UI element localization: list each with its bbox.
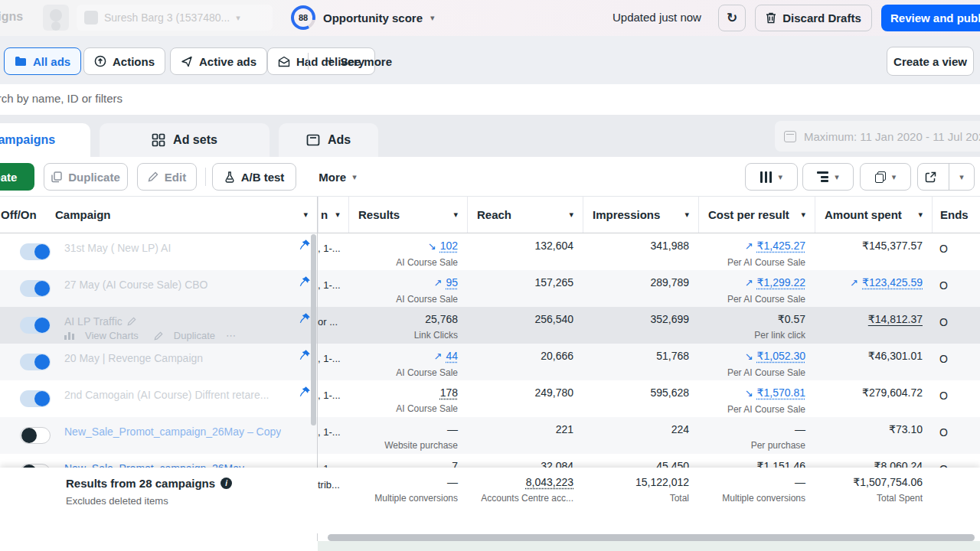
more-button[interactable]: More ▾ xyxy=(312,163,363,191)
summary-reach-cell-number: 8,043,223 xyxy=(526,476,573,488)
summary-results-cell-number: — xyxy=(447,476,458,488)
campaign-row[interactable]: 2nd Camogain (AI Course) Diffrent retare… xyxy=(0,380,980,417)
date-range-selector[interactable]: Maximum: 11 Jan 2020 - 11 Jul 202 xyxy=(775,121,980,152)
tab-ads[interactable]: Ads xyxy=(279,123,378,157)
ab-test-button[interactable]: A/B test xyxy=(212,163,296,191)
column-header-campaign[interactable]: Campaign ▾ xyxy=(51,197,317,233)
results-cell-number[interactable]: 95 xyxy=(446,276,458,289)
account-selector[interactable]: Suresh Barg 3 (1537480... ▾ xyxy=(77,5,273,31)
plus-icon: + xyxy=(326,54,335,70)
refresh-button[interactable]: ↻ xyxy=(718,5,746,31)
search-input[interactable]: Search by name, ID or filters xyxy=(0,92,122,105)
results-cell-number[interactable]: 102 xyxy=(440,240,458,252)
opportunity-score-label: Opportunity score xyxy=(323,11,423,24)
impressions-cell-value: 289,789 xyxy=(583,276,689,289)
summary-cost-per-result-cell-value: — xyxy=(698,476,805,488)
ends-cell: O xyxy=(932,233,975,270)
edit-button[interactable]: Edit xyxy=(137,163,197,191)
duplicate-button[interactable]: Duplicate xyxy=(44,163,128,191)
pin-icon[interactable] xyxy=(299,312,311,324)
column-header-results[interactable]: Results ▾ xyxy=(348,197,467,233)
results-cell-sublabel: AI Course Sale xyxy=(348,368,458,378)
results-cell-sublabel: AI Course Sale xyxy=(348,404,458,414)
row-more-button[interactable]: ⋯ xyxy=(226,330,236,341)
filter-actions[interactable]: Actions xyxy=(83,47,165,75)
campaign-row[interactable]: 27 May (AI Course Sale) CBO, 1-...↗95AI … xyxy=(0,270,980,307)
tab-ad-sets[interactable]: Ad sets xyxy=(100,123,270,157)
avatar[interactable] xyxy=(43,5,69,31)
cost-per-result-cell-number[interactable]: ₹1,299.22 xyxy=(757,276,805,289)
summary-results-cell-value: — xyxy=(348,476,458,488)
reach-cell-value: 20,666 xyxy=(467,350,573,362)
breakdown-button[interactable]: ▾ xyxy=(802,163,854,191)
campaign-name-link[interactable]: 2nd Camogain (AI Course) Diffrent retare… xyxy=(64,389,269,401)
campaign-name-link[interactable]: New_Sale_Promot_campaign_26May – Copy xyxy=(64,425,281,438)
campaign-row[interactable]: New_Sale_Promot_campaign_26May – Copy, 1… xyxy=(0,417,980,454)
campaign-toggle-on[interactable] xyxy=(20,390,51,407)
horizontal-scrollbar-thumb[interactable] xyxy=(328,534,975,541)
pin-icon[interactable] xyxy=(299,386,311,397)
campaign-row[interactable]: 31st May ( New LP) AI, 1-...↘102AI Cours… xyxy=(0,233,980,270)
cost-per-result-cell-number[interactable]: ₹1,570.81 xyxy=(757,386,805,399)
grid-icon xyxy=(152,133,165,147)
column-header-off-on: Off/On xyxy=(0,197,51,233)
campaign-toggle-on[interactable] xyxy=(20,243,51,260)
campaign-toggle-on[interactable] xyxy=(20,280,51,297)
create-view-button[interactable]: Create a view xyxy=(887,47,974,76)
toggle-knob xyxy=(34,318,50,333)
campaign-toggle-on[interactable] xyxy=(20,317,51,334)
reports-button[interactable]: ▾ xyxy=(860,163,911,191)
duplicate-row-button[interactable]: Duplicate xyxy=(174,330,215,341)
info-icon[interactable]: i xyxy=(220,478,232,489)
opportunity-score-dropdown[interactable]: 88 Opportunity score ▾ xyxy=(291,5,435,30)
tab-campaigns[interactable]: Campaigns xyxy=(0,123,90,157)
campaign-name-link[interactable]: 31st May ( New LP) AI xyxy=(64,242,171,254)
campaign-row[interactable]: AI LP TrafficView ChartsDuplicate⋯or ...… xyxy=(0,307,980,344)
pin-icon[interactable] xyxy=(299,349,311,360)
ends-cell-number: O xyxy=(939,316,948,328)
impressions-cell-number: 341,988 xyxy=(650,240,689,252)
ends-cell-value: O xyxy=(939,243,975,255)
filter-active-ads[interactable]: Active ads xyxy=(170,47,267,75)
column-header-amount-spent[interactable]: Amount spent ▾ xyxy=(815,197,932,233)
summary-note: Excludes deleted items xyxy=(66,495,168,507)
pin-icon xyxy=(299,276,311,287)
search-bar[interactable]: Search by name, ID or filters xyxy=(0,84,980,115)
amount-spent-cell-number[interactable]: ₹123,425.59 xyxy=(862,276,923,289)
cost-per-result-cell-sublabel: Per link click xyxy=(698,331,805,341)
filter-all-ads[interactable]: All ads xyxy=(4,47,81,75)
results-cell-number[interactable]: 44 xyxy=(446,350,458,362)
reach-cell-value: 157,265 xyxy=(467,276,573,289)
trend-down-icon: ↘ xyxy=(428,240,436,252)
campaign-name-link[interactable]: 20 May | Revenge Campaign xyxy=(64,352,203,364)
create-button[interactable]: Create xyxy=(0,163,34,191)
cost-per-result-cell-number[interactable]: ₹1,052.30 xyxy=(757,350,805,362)
campaign-name-link[interactable]: AI LP Traffic xyxy=(64,315,136,328)
column-header-attribution[interactable]: n ▾ xyxy=(318,197,348,233)
sort-caret-icon: ▾ xyxy=(335,210,340,220)
cost-per-result-cell-number[interactable]: ₹1,425.27 xyxy=(757,240,805,252)
results-cell-value: ↗95 xyxy=(348,276,458,289)
vertical-scrollbar-thumb[interactable] xyxy=(311,234,316,425)
campaign-row[interactable]: 20 May | Revenge Campaign, 1-...↗44AI Co… xyxy=(0,344,980,380)
campaign-name-link[interactable]: 27 May (AI Course Sale) CBO xyxy=(64,279,208,291)
pin-icon[interactable] xyxy=(299,276,311,287)
column-header-ends[interactable]: Ends xyxy=(932,197,980,233)
pin-icon[interactable] xyxy=(299,239,311,250)
filter-see-more[interactable]: + See more xyxy=(316,47,402,75)
export-button[interactable] xyxy=(918,164,942,190)
discard-drafts-button[interactable]: Discard Drafts xyxy=(755,5,872,31)
export-split-button[interactable]: ▾ xyxy=(917,163,975,191)
view-charts-button[interactable]: View Charts xyxy=(85,330,139,341)
review-publish-button[interactable]: Review and publish xyxy=(881,5,980,31)
cost-per-result-cell-number: ₹0.57 xyxy=(778,313,805,325)
chevron-down-icon: ▾ xyxy=(236,13,240,23)
results-cell: 178AI Course Sale xyxy=(348,380,458,417)
column-header-cost-per-result[interactable]: Cost per result ▾ xyxy=(698,197,815,233)
column-header-reach[interactable]: Reach ▾ xyxy=(467,197,583,233)
export-options-button[interactable]: ▾ xyxy=(949,164,974,190)
campaign-toggle-on[interactable] xyxy=(20,354,51,370)
columns-button[interactable]: ▾ xyxy=(745,163,798,191)
campaign-toggle-off[interactable] xyxy=(20,427,51,444)
column-header-impressions[interactable]: Impressions ▾ xyxy=(583,197,698,233)
